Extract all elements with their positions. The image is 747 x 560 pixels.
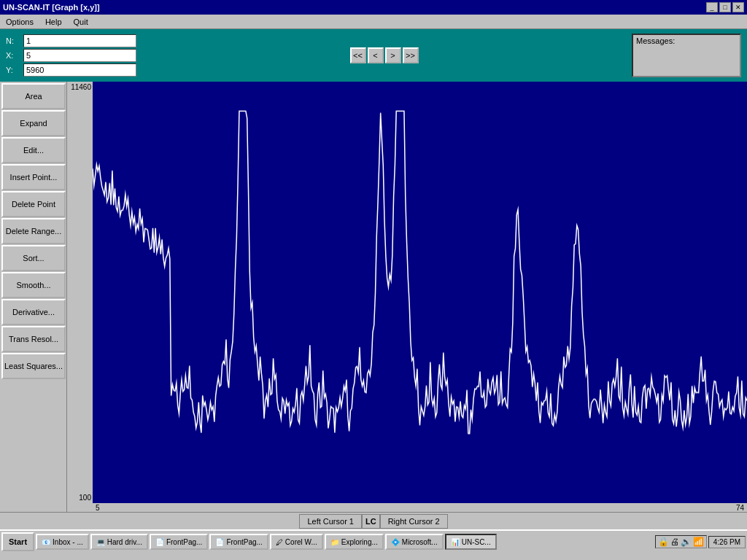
menu-help[interactable]: Help bbox=[42, 16, 65, 28]
unscanit-label: UN-SC... bbox=[462, 538, 491, 546]
messages-panel: Messages: bbox=[632, 34, 741, 77]
taskbar-right: 🔒 🖨 🔊 📶 4:26 PM bbox=[655, 535, 746, 548]
right-cursor-tab[interactable]: Right Cursor 2 bbox=[380, 514, 448, 529]
nav-prev-button[interactable]: < bbox=[368, 47, 384, 63]
header-area: N: X: Y: << < > >> Messages: bbox=[0, 29, 747, 82]
taskbar-unscanit[interactable]: 📊 UN-SC... bbox=[445, 534, 497, 550]
maximize-button[interactable]: □ bbox=[719, 2, 731, 12]
status-bar: Left Cursor 1 LC Right Cursor 2 bbox=[0, 512, 747, 529]
close-button[interactable]: ✕ bbox=[732, 2, 744, 12]
start-button[interactable]: Start bbox=[1, 532, 34, 551]
title-bar: UN-SCAN-IT [Graph [x,y]] _ □ ✕ bbox=[0, 0, 747, 15]
unscanit-icon: 📊 bbox=[451, 538, 460, 546]
nav-buttons: << < > >> bbox=[148, 47, 620, 63]
tray-icon-3[interactable]: 🔊 bbox=[681, 537, 692, 547]
sort-button[interactable]: Sort... bbox=[1, 245, 66, 271]
left-cursor-tab[interactable]: Left Cursor 1 bbox=[299, 514, 362, 529]
microsoft-label: Microsoft... bbox=[402, 538, 438, 546]
sidebar: Area Expand Edit... Insert Point... Dele… bbox=[0, 82, 67, 512]
corel-icon: 🖊 bbox=[276, 538, 283, 546]
menu-options[interactable]: Options bbox=[3, 16, 36, 28]
nav-next-button[interactable]: > bbox=[385, 47, 401, 63]
insert-point-button[interactable]: Insert Point... bbox=[1, 164, 66, 190]
tray-icons: 🔒 🖨 🔊 📶 bbox=[655, 535, 707, 548]
right-cursor-label: Right Cursor 2 bbox=[388, 517, 440, 526]
taskbar-frontpage2[interactable]: 📄 FrontPag... bbox=[209, 534, 268, 550]
n-label: N: bbox=[6, 36, 20, 45]
clock: 4:26 PM bbox=[708, 536, 746, 548]
info-panel: N: X: Y: bbox=[6, 34, 136, 77]
y-axis: 11460 100 bbox=[67, 82, 93, 503]
tray-icon-4[interactable]: 📶 bbox=[693, 537, 704, 547]
n-input[interactable] bbox=[23, 34, 136, 47]
taskbar-explorer[interactable]: 📁 Exploring... bbox=[325, 534, 384, 550]
taskbar-inbox[interactable]: 📧 Inbox - ... bbox=[36, 534, 89, 550]
corel-label: Corel W... bbox=[285, 538, 317, 546]
delete-range-button[interactable]: Delete Range... bbox=[1, 218, 66, 244]
lc-tab[interactable]: LC bbox=[362, 514, 380, 529]
frontpage1-icon: 📄 bbox=[155, 538, 164, 546]
taskbar-frontpage1[interactable]: 📄 FrontPag... bbox=[150, 534, 208, 550]
x-min-label: 5 bbox=[93, 504, 103, 512]
messages-label: Messages: bbox=[636, 36, 675, 45]
taskbar-harddrive[interactable]: 💻 Hard driv... bbox=[90, 534, 148, 550]
nav-first-button[interactable]: << bbox=[350, 47, 366, 63]
inbox-label: Inbox - ... bbox=[53, 538, 83, 546]
x-axis-labels: 5 74 bbox=[67, 503, 747, 512]
frontpage2-label: FrontPag... bbox=[226, 538, 262, 546]
taskbar-microsoft[interactable]: 💠 Microsoft... bbox=[385, 534, 444, 550]
graph-container[interactable] bbox=[93, 82, 747, 503]
explorer-icon: 📁 bbox=[330, 538, 339, 546]
taskbar-corel[interactable]: 🖊 Corel W... bbox=[270, 534, 323, 550]
inbox-icon: 📧 bbox=[42, 538, 50, 546]
harddrive-icon: 💻 bbox=[96, 538, 105, 546]
microsoft-icon: 💠 bbox=[391, 538, 400, 546]
window-title: UN-SCAN-IT [Graph [x,y]] bbox=[3, 3, 100, 12]
edit-button[interactable]: Edit... bbox=[1, 137, 66, 163]
tray-icon-2[interactable]: 🖨 bbox=[670, 537, 679, 547]
tray-icon-1[interactable]: 🔒 bbox=[658, 537, 669, 547]
explorer-label: Exploring... bbox=[341, 538, 378, 546]
smooth-button[interactable]: Smooth... bbox=[1, 272, 66, 298]
x-max-label: 74 bbox=[733, 504, 747, 512]
delete-point-button[interactable]: Delete Point bbox=[1, 191, 66, 217]
menu-quit[interactable]: Quit bbox=[71, 16, 91, 28]
title-bar-controls[interactable]: _ □ ✕ bbox=[706, 2, 744, 12]
y-max-label: 11460 bbox=[71, 83, 91, 91]
derivative-button[interactable]: Derivative... bbox=[1, 299, 66, 325]
trans-resol-button[interactable]: Trans Resol... bbox=[1, 326, 66, 352]
graph-wrapper: 11460 100 5 74 bbox=[67, 82, 747, 512]
x-input[interactable] bbox=[23, 49, 136, 62]
main-area: Area Expand Edit... Insert Point... Dele… bbox=[0, 82, 747, 512]
x-label: X: bbox=[6, 51, 20, 60]
lc-label: LC bbox=[365, 517, 376, 526]
graph-canvas bbox=[93, 82, 747, 503]
nav-last-button[interactable]: >> bbox=[403, 47, 419, 63]
area-button[interactable]: Area bbox=[1, 83, 66, 109]
y-min-label: 100 bbox=[79, 494, 91, 502]
least-squares-button[interactable]: Least Squares... bbox=[1, 353, 66, 379]
frontpage2-icon: 📄 bbox=[215, 538, 224, 546]
graph-row: 11460 100 bbox=[67, 82, 747, 503]
expand-button[interactable]: Expand bbox=[1, 110, 66, 136]
minimize-button[interactable]: _ bbox=[706, 2, 718, 12]
y-input[interactable] bbox=[23, 63, 136, 77]
y-label: Y: bbox=[6, 66, 20, 74]
taskbar: Start 📧 Inbox - ... 💻 Hard driv... 📄 Fro… bbox=[0, 529, 747, 553]
left-cursor-label: Left Cursor 1 bbox=[307, 517, 354, 526]
frontpage1-label: FrontPag... bbox=[166, 538, 202, 546]
harddrive-label: Hard driv... bbox=[107, 538, 142, 546]
menu-bar: Options Help Quit bbox=[0, 15, 747, 29]
